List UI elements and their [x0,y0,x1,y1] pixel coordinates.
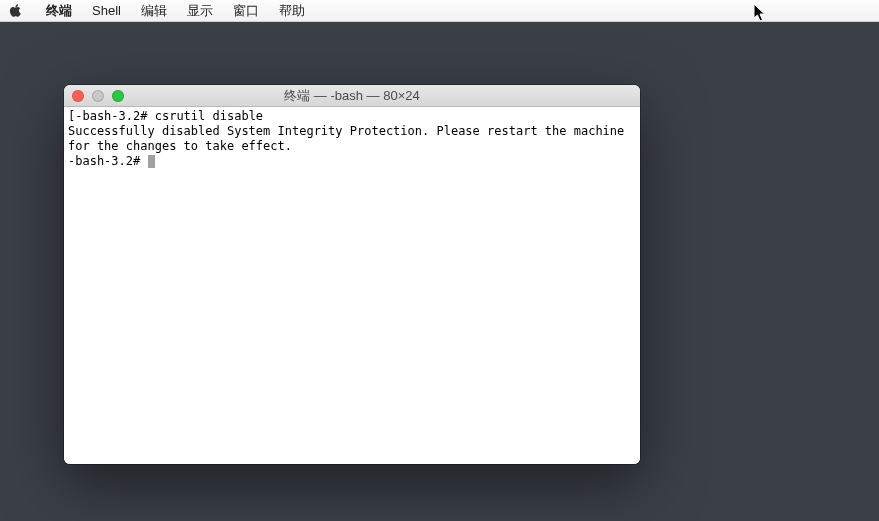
menu-app-name[interactable]: 终端 [36,2,82,20]
zoom-button[interactable] [112,90,124,102]
text-cursor-icon [148,155,155,168]
menu-edit[interactable]: 编辑 [131,2,177,20]
menu-shell[interactable]: Shell [82,3,131,18]
system-menubar: 终端 Shell 编辑 显示 窗口 帮助 [0,0,879,22]
shell-prompt: [-bash-3.2# [68,109,147,123]
minimize-button[interactable] [92,90,104,102]
desktop-background: 终端 — -bash — 80×24 [-bash-3.2# csrutil d… [0,22,879,521]
mouse-cursor-icon [754,4,768,22]
menu-window[interactable]: 窗口 [223,2,269,20]
close-button[interactable] [72,90,84,102]
menu-help[interactable]: 帮助 [269,2,315,20]
window-title: 终端 — -bash — 80×24 [64,87,640,105]
window-controls [64,90,124,102]
shell-prompt: -bash-3.2# [68,154,147,168]
terminal-line: -bash-3.2# [68,154,636,169]
apple-menu-icon[interactable] [8,4,22,18]
terminal-window[interactable]: 终端 — -bash — 80×24 [-bash-3.2# csrutil d… [64,85,640,464]
window-titlebar[interactable]: 终端 — -bash — 80×24 [64,85,640,107]
shell-command: csrutil disable [147,109,263,123]
terminal-line: [-bash-3.2# csrutil disable [68,109,636,124]
terminal-content[interactable]: [-bash-3.2# csrutil disableSuccessfully … [64,107,640,464]
menu-view[interactable]: 显示 [177,2,223,20]
terminal-output: Successfully disabled System Integrity P… [68,124,636,154]
